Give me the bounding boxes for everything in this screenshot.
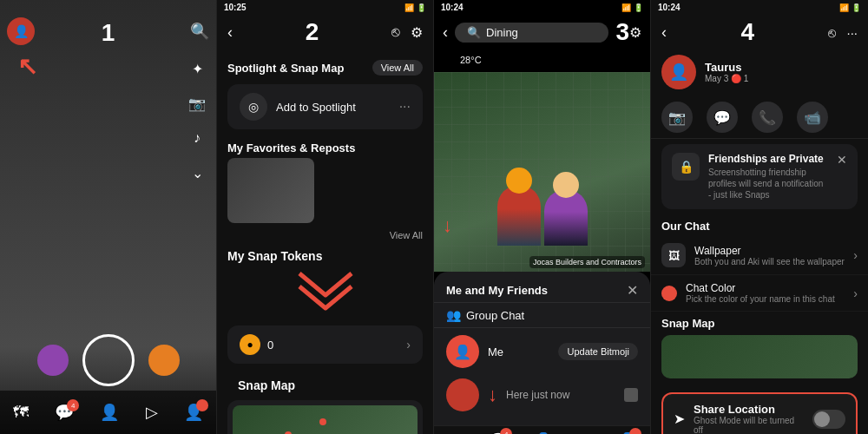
friend-avatar-1[interactable] xyxy=(37,345,69,376)
map-dot-2 xyxy=(319,418,326,425)
camera-flip-icon[interactable]: 📷 xyxy=(185,91,209,115)
camera-action[interactable]: 📷 xyxy=(661,102,693,133)
shutter-button[interactable] xyxy=(82,334,135,386)
mini-square-icon xyxy=(624,388,638,402)
snap-tokens-section: ● 0 › xyxy=(227,326,423,364)
panel3-status-right: 📶 🔋 xyxy=(621,3,643,12)
panel4-status-right: 📶 🔋 xyxy=(839,3,861,12)
call-action[interactable]: 📞 xyxy=(752,102,783,133)
panel4-back-button[interactable]: ‹ xyxy=(661,23,667,42)
chat-color-text: Chat Color Pick the color of your name i… xyxy=(686,282,845,304)
panel3-gear-icon[interactable]: ⚙ xyxy=(629,24,641,41)
video-action[interactable]: 📹 xyxy=(797,102,828,133)
wallpaper-icon: 🖼 xyxy=(661,243,686,267)
panel1-right-icons: ✦ 📷 ♪ ⌄ xyxy=(185,56,209,185)
panel2-icons: ⎋ ⚙ xyxy=(391,24,423,41)
favorites-thumbnail[interactable] xyxy=(227,158,314,223)
chat-color-option[interactable]: Chat Color Pick the color of your name i… xyxy=(651,275,868,312)
chat-color-dot xyxy=(661,286,677,301)
wallpaper-desc: Both you and Aki will see the wallpaper xyxy=(694,257,845,266)
friends-panel-title: Me and My Friends xyxy=(446,284,548,297)
capture-area xyxy=(37,334,180,386)
snap-map-title4: Snap Map xyxy=(661,317,858,330)
search-icon: 🔍 xyxy=(467,26,481,39)
user-avatar[interactable]: 👤 xyxy=(7,17,35,45)
share-location-card[interactable]: ➤ Share Location Ghost Mode will be turn… xyxy=(661,392,858,434)
panel4-name-col: Taurus May 3 🔴 1 xyxy=(705,61,858,83)
map-view[interactable]: Jocas Builders and Contractors ↓ xyxy=(434,72,650,272)
back-button[interactable]: ‹ xyxy=(227,23,233,42)
panel3-back-button[interactable]: ‹ xyxy=(443,23,448,42)
friendship-text: Friendships are Private Screenshotting f… xyxy=(708,153,828,201)
settings-icon[interactable]: ⚙ xyxy=(411,24,423,41)
spotlight-card[interactable]: ◎ Add to Spotlight ··· xyxy=(227,84,423,129)
update-bitmoji-button[interactable]: Update Bitmoji xyxy=(558,343,638,360)
view-all-button[interactable]: View All xyxy=(372,60,423,76)
snap-map-label: Snap Map xyxy=(227,372,306,392)
spotlight-header: Spotlight & Snap Map View All xyxy=(217,53,433,79)
panel-4: 10:24 📶 🔋 ‹ 4 ⎋ ··· 👤 Taurus May 3 🔴 1 📷… xyxy=(651,0,868,434)
share-location-toggle[interactable] xyxy=(812,410,845,429)
arrow-indicator xyxy=(17,52,37,81)
snap-map-section[interactable]: 📍 Sharing Location with 1 Friend › xyxy=(227,400,423,434)
group-chat-label: Group Chat xyxy=(466,309,524,322)
share-icon[interactable]: ⎋ xyxy=(391,24,400,41)
wallpaper-title: Wallpaper xyxy=(694,245,845,257)
search-icon[interactable]: 🔍 xyxy=(190,22,209,41)
friend-avatar-2[interactable] xyxy=(148,345,180,376)
panel4-time: 10:24 xyxy=(658,3,681,12)
panel4-user-meta: May 3 🔴 1 xyxy=(705,74,858,83)
panel1-bottom-nav: 🗺 💬 4 👤 ▷ 👤 xyxy=(0,391,216,434)
more-icon[interactable]: ··· xyxy=(399,99,411,115)
chevron-right-icon: › xyxy=(406,338,411,352)
nav-discover-icon[interactable]: ▷ xyxy=(146,403,158,422)
chevron-down-icon[interactable]: ⌄ xyxy=(185,161,209,185)
me-avatar: 👤 xyxy=(446,335,479,368)
bitmoji-1 xyxy=(497,185,541,246)
spotlight-title: Spotlight & Snap Map xyxy=(227,62,344,75)
red-arrow-map: ↓ xyxy=(443,214,452,237)
thumb-image xyxy=(227,158,314,223)
panel4-action-icons: 📷 💬 📞 📹 xyxy=(651,96,868,139)
panel2-header: ‹ 2 ⎋ ⚙ xyxy=(217,15,433,53)
nav-stories-icon[interactable]: 👤 xyxy=(184,403,203,422)
stories-badge xyxy=(196,399,208,411)
close-friends-panel-button[interactable]: ✕ xyxy=(627,282,638,299)
group-chat-button[interactable]: 👥 Group Chat xyxy=(434,302,650,328)
share-location-title: Share Location xyxy=(694,403,804,416)
chat-color-title: Chat Color xyxy=(686,282,845,294)
nav-add-friend-icon[interactable]: 👤 xyxy=(100,403,119,422)
panel3-search-bar[interactable]: 🔍 Dining xyxy=(455,23,608,43)
share-location-text: Share Location Ghost Mode will be turned… xyxy=(694,403,804,434)
wallpaper-chevron-icon: › xyxy=(853,248,858,262)
p3-stories-badge xyxy=(629,428,641,434)
phone-icon: 📞 xyxy=(752,102,783,133)
chat-color-chevron-icon: › xyxy=(853,286,858,300)
nav-chat-icon[interactable]: 💬 4 xyxy=(55,403,74,422)
panel4-more-icon[interactable]: ··· xyxy=(846,25,858,40)
share-location-icon: ➤ xyxy=(674,411,685,427)
me-label: Me xyxy=(488,345,549,358)
search-text: Dining xyxy=(486,26,518,39)
favorites-title: My Favorites & Reposts xyxy=(227,141,355,155)
panel3-header: ‹ 🔍 Dining 3 ⚙ xyxy=(434,15,650,49)
temperature-badge: 28°C xyxy=(451,53,490,67)
wallpaper-option[interactable]: 🖼 Wallpaper Both you and Aki will see th… xyxy=(651,236,868,275)
panel3-bottom-nav: 🗺 💬 4 👤 ▷ 👤 xyxy=(434,425,650,434)
share-location-desc: Ghost Mode will be turned off xyxy=(694,416,804,434)
music-icon[interactable]: ♪ xyxy=(185,126,209,150)
chat-action[interactable]: 💬 xyxy=(707,102,738,133)
favorites-view-all[interactable]: View All xyxy=(390,230,423,240)
panel1-number: 1 xyxy=(102,19,115,47)
filter-icon[interactable]: ✦ xyxy=(185,56,209,81)
panel4-user-info: 👤 Taurus May 3 🔴 1 xyxy=(651,51,868,96)
close-friendship-card-button[interactable]: ✕ xyxy=(837,153,847,167)
me-row: 👤 Me Update Bitmoji xyxy=(434,328,650,375)
chat-color-desc: Pick the color of your name in this chat xyxy=(686,294,845,304)
panel4-share-icon[interactable]: ⎋ xyxy=(828,25,836,40)
me-row2: ↓ Here just now xyxy=(434,375,650,418)
p3-chat-badge: 4 xyxy=(500,428,512,434)
nav-map-icon[interactable]: 🗺 xyxy=(13,404,29,422)
panel4-avatar: 👤 xyxy=(661,55,696,89)
friendship-title: Friendships are Private xyxy=(708,153,828,165)
